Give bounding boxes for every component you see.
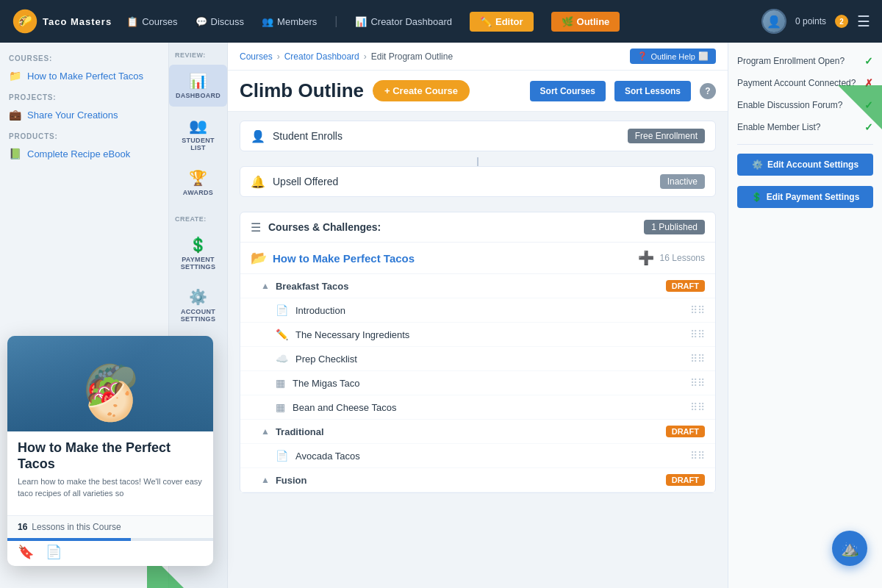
card-lessons-label: Lessons in this Course <box>32 522 121 532</box>
drag-handle[interactable]: ⠿⠿ <box>690 401 705 413</box>
briefcase-icon: 💼 <box>9 109 21 121</box>
course-folder-icon: 📂 <box>251 250 267 266</box>
review-dashboard[interactable]: 📊 DASHBOARD <box>169 65 227 107</box>
document-icon[interactable]: 📄 <box>46 544 62 560</box>
lesson-name[interactable]: The Migas Taco <box>293 378 683 389</box>
bookmark-icon[interactable]: 🔖 <box>18 544 34 560</box>
drag-handle[interactable]: ⠿⠿ <box>690 377 705 389</box>
enrollment-tag: Free Enrollment <box>628 129 705 143</box>
payment-settings-icon: 💲 <box>751 192 762 202</box>
edit-payment-settings-button[interactable]: 💲 Edit Payment Settings <box>737 186 873 208</box>
lesson-upload-icon: ☁️ <box>276 353 288 365</box>
edit-account-settings-button[interactable]: ⚙️ Edit Account Settings <box>737 154 873 176</box>
members-icon: 👥 <box>262 16 273 27</box>
app-name: Taco Masters <box>43 17 112 26</box>
editor-button[interactable]: ✏️ Editor <box>470 12 534 32</box>
lesson-name[interactable]: Avocada Tacos <box>295 451 683 462</box>
nav-discuss[interactable]: 💬 Discuss <box>196 16 245 27</box>
book-icon: 📗 <box>9 148 21 159</box>
courses-section-label: Courses & Challenges: <box>268 221 637 233</box>
lesson-name[interactable]: Prep Checklist <box>295 354 683 365</box>
lesson-name[interactable]: Introduction <box>295 305 683 316</box>
nav-members[interactable]: 👥 Members <box>262 16 317 27</box>
courses-section: ☰ Courses & Challenges: 1 Published 📂 Ho… <box>240 212 716 493</box>
sort-help-icon[interactable]: ? <box>700 83 716 99</box>
lesson-doc-icon: 📄 <box>276 304 288 316</box>
upsell-label: Upsell Offered <box>273 176 653 187</box>
enrollment-label: Student Enrolls <box>273 130 620 142</box>
breadcrumb-dashboard[interactable]: Creator Dashboard <box>284 51 359 62</box>
add-lesson-button[interactable]: ➕ <box>638 250 654 266</box>
projects-section-label: PROJECTS: <box>9 93 159 101</box>
review-awards[interactable]: 🏆 AWARDS <box>169 162 227 204</box>
nav-items: 📋 Courses 💬 Discuss 👥 Members | 📊 Creato… <box>126 12 747 32</box>
lesson-grid-icon2: ▦ <box>276 401 285 413</box>
card-lessons-count: 16 <box>18 522 27 532</box>
flow-connector-1 <box>477 157 478 166</box>
spacer <box>240 203 716 212</box>
upsell-tag: Inactive <box>660 174 705 189</box>
chapter-collapse-icon[interactable]: ▲ <box>261 281 270 291</box>
courses-section-header: ☰ Courses & Challenges: 1 Published <box>240 212 715 243</box>
course-card-image: 🌮 🥙 <box>7 336 213 431</box>
right-divider <box>737 144 873 145</box>
folder-icon: 📁 <box>9 70 21 82</box>
sort-lessons-button[interactable]: Sort Lessons <box>614 81 691 101</box>
avatar: 👤 <box>761 9 786 34</box>
create-course-button[interactable]: + Create Course <box>373 80 470 101</box>
chapter-draft-badge: DRAFT <box>666 474 705 486</box>
breadcrumb-current: Edit Program Outline <box>371 51 453 62</box>
sidebar-item-share-creations[interactable]: 💼 Share Your Creations <box>9 106 159 123</box>
lesson-ingredients: ✏️ The Necessary Ingredients ⠿⠿ <box>240 323 715 347</box>
sidebar-item-ebook[interactable]: 📗 Complete Recipe eBook <box>9 145 159 162</box>
review-payment-settings[interactable]: 💲 PAYMENT SETTINGS <box>169 229 227 278</box>
create-label: CREATE: <box>169 212 227 226</box>
drag-handle[interactable]: ⠿⠿ <box>690 329 705 340</box>
drag-handle[interactable]: ⠿⠿ <box>690 304 705 316</box>
breadcrumb-courses[interactable]: Courses <box>240 51 273 62</box>
lesson-avocada: 📄 Avocada Tacos ⠿⠿ <box>240 444 715 468</box>
course-folder-name[interactable]: How to Make Perfect Tacos <box>273 252 632 265</box>
svg-text:🌮: 🌮 <box>18 13 33 29</box>
nav-right: 👤 0 points 2 ☰ <box>761 9 870 34</box>
chapter-fusion: ▲ Fusion DRAFT <box>240 468 715 492</box>
sort-courses-button[interactable]: Sort Courses <box>530 81 606 101</box>
review-student-list[interactable]: 👥 STUDENT LIST <box>169 110 227 159</box>
courses-published-badge: 1 Published <box>644 220 705 234</box>
chapter-collapse-icon[interactable]: ▲ <box>261 475 270 485</box>
help-icon: ❓ <box>637 51 648 61</box>
nav-courses[interactable]: 📋 Courses <box>126 16 177 27</box>
page-title: Climb Outline <box>240 79 364 102</box>
nav-creator-dashboard[interactable]: 📊 Creator Dashboard <box>355 16 452 27</box>
chapter-name: Breakfast Tacos <box>276 281 660 292</box>
breadcrumb-bar: Courses › Creator Dashboard › Edit Progr… <box>228 43 728 71</box>
lesson-prep-checklist: ☁️ Prep Checklist ⠿⠿ <box>240 347 715 371</box>
lesson-migas-taco: ▦ The Migas Taco ⠿⠿ <box>240 371 715 395</box>
lesson-grid-icon: ▦ <box>276 377 285 389</box>
chapter-collapse-icon[interactable]: ▲ <box>261 426 270 437</box>
courses-icon: 📋 <box>126 16 138 27</box>
pencil-icon: ✏️ <box>480 16 492 27</box>
review-account-settings[interactable]: ⚙️ ACCOUNT SETTINGS <box>169 281 227 330</box>
drag-handle[interactable]: ⠿⠿ <box>690 450 705 462</box>
drag-handle[interactable]: ⠿⠿ <box>690 353 705 365</box>
sidebar-item-perfect-tacos[interactable]: 📁 How to Make Perfect Tacos <box>9 67 159 85</box>
courses-section-label: COURSES: <box>9 54 159 62</box>
course-card: 🌮 🥙 How to Make the Perfect Tacos Learn … <box>7 336 213 566</box>
course-card-description: Learn how to make the best tacos! We'll … <box>18 476 203 499</box>
lesson-name[interactable]: The Necessary Ingredients <box>295 329 683 340</box>
lesson-name[interactable]: Bean and Cheese Tacos <box>293 402 683 413</box>
main-layout: COURSES: 📁 How to Make Perfect Tacos PRO… <box>0 43 882 588</box>
checklist-enrollment: Program Enrollment Open? ✓ <box>737 53 873 69</box>
lesson-doc-icon2: 📄 <box>276 450 288 462</box>
payment-icon: 💲 <box>189 236 207 254</box>
enrollment-row: 👤 Student Enrolls Free Enrollment <box>240 121 716 151</box>
menu-icon[interactable]: ☰ <box>857 12 870 30</box>
fab-button[interactable]: ⛰️ <box>832 531 867 566</box>
notification-badge[interactable]: 2 <box>835 15 848 28</box>
outline-help-button[interactable]: ❓ Outline Help ⬜ <box>630 49 716 64</box>
mountain-icon: ⛰️ <box>841 539 859 557</box>
outline-button[interactable]: 🌿 Outline <box>551 12 620 32</box>
courses-icon: ☰ <box>251 220 261 234</box>
awards-icon: 🏆 <box>189 169 207 187</box>
